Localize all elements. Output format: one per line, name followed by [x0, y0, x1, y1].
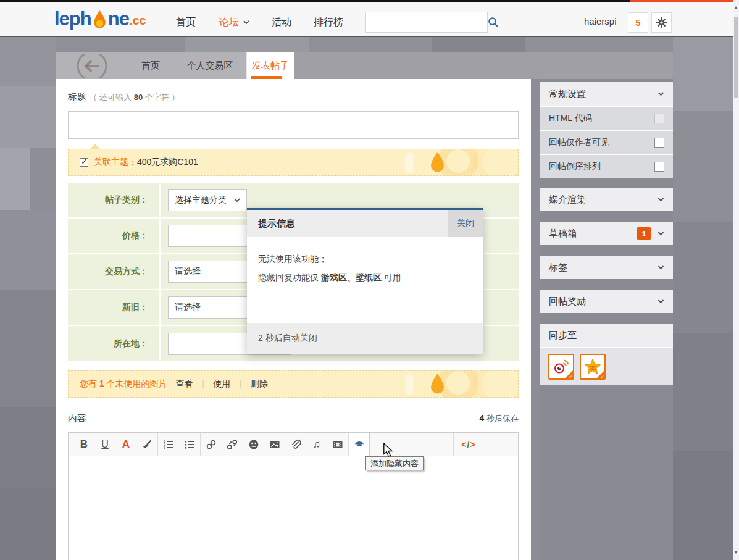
- search-input[interactable]: [366, 13, 488, 31]
- chevron-down-icon: [243, 20, 249, 25]
- title-hint: （ 还可输入 80 个字符 ）: [89, 93, 179, 102]
- format-brush-icon[interactable]: [136, 433, 157, 456]
- chevron-down-icon: [658, 232, 664, 236]
- sync-qzone-button[interactable]: ✓: [580, 354, 606, 380]
- dialog-close-button[interactable]: 关闭: [448, 210, 483, 237]
- sidebar: 常规设置 HTML 代码 回帖仅作者可见 回帖倒序排列 媒介渲染 草稿箱 1: [540, 82, 673, 560]
- sync-targets: ✓ ✓: [540, 347, 673, 385]
- category-select[interactable]: 选择主题分类: [168, 189, 247, 211]
- content-heading-row: 内容 4 秒后保存: [68, 412, 519, 424]
- underline-icon[interactable]: U: [94, 433, 115, 456]
- back-arrow-icon: [76, 54, 108, 78]
- panel-sync-to: 同步至 ✓: [540, 324, 673, 385]
- link-icon[interactable]: [201, 433, 222, 456]
- option-reply-author-only: 回帖仅作者可见: [540, 130, 673, 154]
- hidden-content-icon[interactable]: [349, 433, 370, 456]
- autosave-status: 4 秒后保存: [480, 413, 519, 424]
- unused-images-text: 您有 1 个未使用的图片: [80, 378, 167, 390]
- notification-button[interactable]: 5: [628, 12, 648, 33]
- search-box: [365, 12, 488, 33]
- site-logo[interactable]: leph ne .cc: [54, 8, 146, 30]
- unordered-list-icon[interactable]: [179, 433, 200, 456]
- panel-tags: 标签: [540, 256, 673, 279]
- title-label: 标题: [68, 91, 86, 102]
- field-label: 帖子类别：: [68, 183, 161, 217]
- tab-home[interactable]: 首页: [128, 52, 173, 79]
- chevron-down-icon: [658, 265, 664, 270]
- chevron-down-icon: [658, 299, 664, 304]
- delete-image-link[interactable]: 删除: [251, 378, 268, 390]
- droplet-decoration-icon: [428, 373, 446, 396]
- reply-author-only-checkbox[interactable]: [654, 138, 664, 148]
- html-code-checkbox: [654, 114, 664, 123]
- related-topic-label: 关联主题：: [94, 157, 137, 168]
- dialog-message-line2: 隐藏回复功能仅 游戏区、壁纸区 可用: [258, 268, 472, 286]
- chevron-down-icon: [234, 198, 240, 203]
- field-label: 所在地：: [68, 326, 161, 361]
- attachment-icon[interactable]: [285, 433, 306, 456]
- logo-droplet-icon: [92, 10, 107, 30]
- dialog-header: 提示信息 关闭: [247, 210, 483, 237]
- username[interactable]: haierspi: [584, 16, 617, 27]
- dialog-footer-countdown: 2 秒后自动关闭: [247, 323, 483, 354]
- panel-drafts: 草稿箱 1: [540, 222, 673, 245]
- bold-icon[interactable]: B: [73, 433, 94, 456]
- title-field-label-row: 标题 （ 还可输入 80 个字符 ）: [68, 91, 179, 103]
- panel-general-settings-header[interactable]: 常规设置: [540, 82, 673, 106]
- unused-images-count: 1: [99, 378, 104, 388]
- scrollbar-down-arrow[interactable]: [734, 551, 738, 554]
- scrollbar-thumb[interactable]: [734, 17, 738, 98]
- video-icon[interactable]: [327, 433, 348, 456]
- use-image-link[interactable]: 使用: [213, 378, 230, 390]
- tab-new-post[interactable]: 发表帖子: [247, 52, 294, 79]
- nav-activity[interactable]: 活动: [272, 16, 291, 29]
- ordered-list-icon[interactable]: 123: [158, 433, 179, 456]
- sync-weibo-button[interactable]: ✓: [548, 354, 574, 380]
- emoticon-icon[interactable]: [243, 433, 264, 456]
- field-label: 新旧：: [68, 290, 161, 325]
- check-icon: ✓: [600, 374, 604, 380]
- font-color-icon[interactable]: A: [115, 433, 136, 456]
- settings-button[interactable]: [651, 12, 672, 33]
- tab-personal-trade[interactable]: 个人交易区: [173, 52, 247, 79]
- back-button[interactable]: [56, 52, 128, 79]
- reply-reverse-order-checkbox[interactable]: [654, 162, 664, 172]
- search-button[interactable]: [488, 12, 499, 32]
- nav-home[interactable]: 首页: [176, 16, 196, 29]
- scrollbar-up-arrow[interactable]: [734, 6, 738, 9]
- svg-text:3: 3: [164, 446, 165, 449]
- view-image-link[interactable]: 查看: [176, 378, 193, 390]
- nav-forum[interactable]: 论坛: [219, 16, 249, 29]
- panel-reply-reward-header[interactable]: 回帖奖励: [540, 290, 673, 313]
- tabstrip-filler: [294, 52, 673, 79]
- logo-text-1: leph: [54, 8, 91, 30]
- top-strip: [0, 0, 733, 2]
- page-scrollbar[interactable]: [733, 0, 739, 560]
- notification-count: 5: [635, 17, 640, 28]
- related-topic-checkbox[interactable]: [80, 158, 88, 167]
- image-icon[interactable]: [264, 433, 285, 456]
- unlink-icon[interactable]: [222, 433, 243, 456]
- title-remaining-count: 80: [134, 93, 143, 102]
- editor-content-area[interactable]: [69, 456, 518, 560]
- unused-images-bar: 您有 1 个未使用的图片 查看 ｜ 使用 ｜ 删除: [68, 370, 519, 398]
- post-form-panel: 标题 （ 还可输入 80 个字符 ） 关联主题： 400元求购C101 帖子类别…: [56, 79, 531, 560]
- top-strip-accent: [630, 0, 733, 2]
- field-label: 价格：: [68, 219, 161, 253]
- panel-media-render-header[interactable]: 媒介渲染: [540, 188, 673, 211]
- panel-drafts-header[interactable]: 草稿箱 1: [540, 222, 673, 245]
- music-icon[interactable]: ♫: [306, 433, 327, 456]
- related-topic-bar: 关联主题： 400元求购C101: [68, 149, 519, 176]
- logo-suffix: .cc: [129, 10, 146, 30]
- dialog-body: 无法使用该功能； 隐藏回复功能仅 游戏区、壁纸区 可用: [247, 237, 483, 299]
- option-reply-reverse-order: 回帖倒序排列: [540, 154, 673, 178]
- source-code-icon[interactable]: </>: [454, 433, 483, 456]
- dialog-title: 提示信息: [258, 218, 295, 230]
- breadcrumb-tabstrip: 首页 个人交易区 发表帖子: [56, 52, 673, 79]
- title-input[interactable]: [68, 111, 519, 139]
- panel-sync-to-header: 同步至: [540, 324, 673, 347]
- nav-ranking[interactable]: 排行榜: [314, 16, 343, 29]
- chevron-down-icon: [658, 198, 664, 202]
- content-editor: B U A 123: [68, 432, 519, 560]
- panel-tags-header[interactable]: 标签: [540, 256, 673, 279]
